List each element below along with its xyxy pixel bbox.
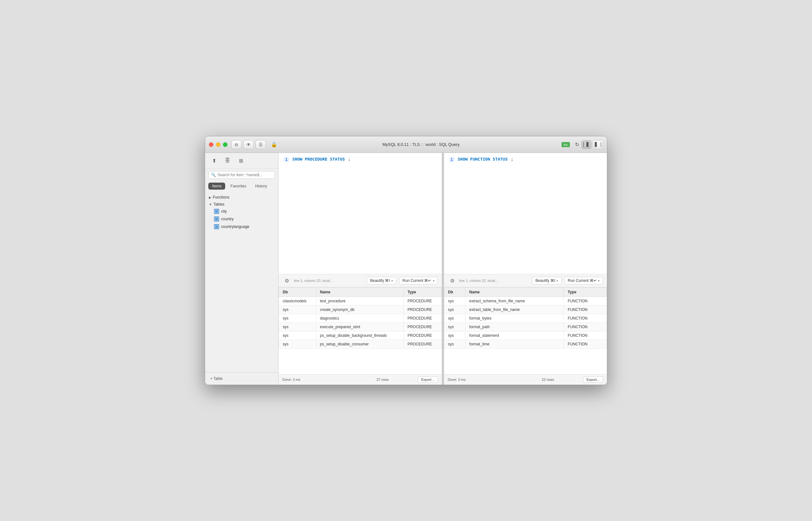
table-row[interactable]: classicmodels test_procedure PROCEDURE <box>279 297 442 305</box>
table-row[interactable]: sys extract_table_from_file_name FUNCTIO… <box>444 305 607 314</box>
cell-name: create_synonym_db <box>316 305 403 314</box>
sidebar-item-city[interactable]: city <box>205 207 278 215</box>
table-row[interactable]: sys execute_prepared_stmt PROCEDURE <box>279 323 442 331</box>
table-icon-city <box>214 209 219 214</box>
right-results-container[interactable]: Db Name Type sys extract_schema_from_fil… <box>444 287 607 374</box>
right-beautify-arrow[interactable]: ▾ <box>556 279 558 282</box>
left-run-label: Run Current ⌘↵ <box>402 278 432 283</box>
left-query-editor[interactable]: 1 SHOW PROCEDURE STATUS; <box>279 153 442 274</box>
table-row[interactable]: sys extract_schema_from_file_name FUNCTI… <box>444 297 607 305</box>
left-run-arrow[interactable]: ▾ <box>433 279 434 282</box>
right-status-bar: Done: 2 ms 22 rows Export... <box>444 374 607 385</box>
cell-type: PROCEDURE <box>403 297 441 305</box>
right-line-number: 1 <box>449 157 455 162</box>
maximize-button[interactable] <box>223 142 227 147</box>
main-window: ⊖ 👁 ☰ 🔒 MySQL 8.0.11 : TLS : : world : S… <box>205 136 607 385</box>
table-row[interactable]: sys format_statement FUNCTION <box>444 331 607 340</box>
cell-type: PROCEDURE <box>403 331 441 340</box>
right-run-button[interactable]: Run Current ⌘↵ ▾ <box>564 277 603 285</box>
right-query-editor[interactable]: 1 SHOW FUNCTION STATUS; <box>444 153 607 274</box>
database-icon-button[interactable]: 🗄 <box>222 156 233 166</box>
right-query-keyword: SHOW FUNCTION STATUS <box>458 157 508 161</box>
panels-container: 1 SHOW PROCEDURE STATUS; ⚙ line 1, colum… <box>279 153 607 385</box>
left-results-container[interactable]: Db Name Type classicmodels test_procedur… <box>279 287 442 374</box>
cell-db: sys <box>279 340 316 348</box>
table-row[interactable]: sys format_path FUNCTION <box>444 323 607 331</box>
view-button[interactable]: 👁 <box>243 140 254 149</box>
tab-history[interactable]: History <box>251 183 271 190</box>
search-input[interactable] <box>218 173 272 177</box>
left-table-header-row: Db Name Type <box>279 288 442 297</box>
left-status-text: line 1, column 23, locat… <box>294 279 364 282</box>
cell-name: format_path <box>465 323 564 331</box>
titlebar: ⊖ 👁 ☰ 🔒 MySQL 8.0.11 : TLS : : world : S… <box>205 136 607 153</box>
tab-items[interactable]: Items <box>208 183 225 190</box>
left-gear-button[interactable]: ⚙ <box>282 276 291 285</box>
cell-db: sys <box>444 323 465 331</box>
right-beautify-button[interactable]: Beautify ⌘I ▾ <box>532 277 562 285</box>
cell-type: PROCEDURE <box>403 323 441 331</box>
add-table-button[interactable]: + Table <box>208 375 275 382</box>
left-beautify-arrow[interactable]: ▾ <box>391 279 393 282</box>
cell-name: diagnostics <box>316 314 403 323</box>
table-icon-countrylanguage <box>214 224 219 229</box>
functions-group-header[interactable]: ▶ Functions <box>205 194 278 201</box>
right-query-semicolon: ; <box>511 157 513 161</box>
cell-db: sys <box>444 297 465 305</box>
cell-type: FUNCTION <box>564 331 607 340</box>
right-panel: 1 SHOW FUNCTION STATUS; ⚙ line 1, column… <box>444 153 607 385</box>
sidebar-tree: ▶ Functions ▼ Tables city coun <box>205 192 278 372</box>
right-done-status: Done: 2 ms <box>448 378 513 382</box>
home-icon-button[interactable]: ⬆ <box>208 156 220 166</box>
sidebar-item-country[interactable]: country <box>205 215 278 223</box>
refresh-button[interactable]: ↻ <box>572 140 581 149</box>
list-icon: ☰ <box>259 142 263 147</box>
left-line-number: 1 <box>284 157 289 162</box>
sidebar: ⬆ 🗄 ⊞ 🔍 Items Favorites History ▶ Functi… <box>205 153 279 385</box>
left-run-button[interactable]: Run Current ⌘↵ ▾ <box>399 277 438 285</box>
right-col-type: Type <box>564 288 607 297</box>
right-run-arrow[interactable]: ▾ <box>598 279 599 282</box>
table-row[interactable]: sys ps_setup_disable_consumer PROCEDURE <box>279 340 442 348</box>
left-col-db: Db <box>279 288 316 297</box>
sidebar-footer: + Table <box>205 372 278 385</box>
left-export-button[interactable]: Export... <box>418 377 438 383</box>
traffic-lights <box>209 142 227 147</box>
tables-group: ▼ Tables city country countrylanguage <box>205 201 278 230</box>
table-row[interactable]: sys format_bytes FUNCTION <box>444 314 607 323</box>
minimize-button[interactable] <box>216 142 220 147</box>
sidebar-toggle-button[interactable]: ▏▋ <box>581 140 592 149</box>
tables-group-header[interactable]: ▼ Tables <box>205 201 278 207</box>
right-export-button[interactable]: Export... <box>583 377 603 383</box>
right-col-name: Name <box>465 288 564 297</box>
country-label: country <box>221 217 234 221</box>
cell-name: format_time <box>465 340 564 348</box>
tab-favorites[interactable]: Favorites <box>226 183 250 190</box>
table-row[interactable]: sys format_time FUNCTION <box>444 340 607 348</box>
window-title: MySQL 8.0.11 : TLS : : world : SQL Query <box>281 142 562 147</box>
panel-toggle-button[interactable]: ▋▕ <box>593 140 603 149</box>
cell-type: FUNCTION <box>564 314 607 323</box>
table-row[interactable]: sys ps_setup_disable_background_threads … <box>279 331 442 340</box>
table-row[interactable]: sys diagnostics PROCEDURE <box>279 314 442 323</box>
close-button[interactable] <box>209 142 213 147</box>
list-button[interactable]: ☰ <box>256 140 266 149</box>
search-bar[interactable]: 🔍 <box>208 171 275 179</box>
left-query-line: 1 SHOW PROCEDURE STATUS; <box>284 157 437 162</box>
cell-name: extract_table_from_file_name <box>465 305 564 314</box>
cell-db: classicmodels <box>279 297 316 305</box>
cell-name: test_procedure <box>316 297 403 305</box>
cell-name: format_bytes <box>465 314 564 323</box>
tables-arrow: ▼ <box>209 203 212 206</box>
right-gear-button[interactable]: ⚙ <box>448 276 457 285</box>
left-beautify-button[interactable]: Beautify ⌘I ▾ <box>367 277 396 285</box>
grid-icon-button[interactable]: ⊞ <box>235 156 247 166</box>
back-button[interactable]: ⊖ <box>231 140 241 149</box>
sidebar-item-countrylanguage[interactable]: countrylanguage <box>205 223 278 230</box>
cell-name: ps_setup_disable_consumer <box>316 340 403 348</box>
cell-db: sys <box>444 340 465 348</box>
cell-type: FUNCTION <box>564 340 607 348</box>
table-row[interactable]: sys create_synonym_db PROCEDURE <box>279 305 442 314</box>
left-query-semicolon: ; <box>348 157 351 161</box>
cell-type: FUNCTION <box>564 305 607 314</box>
